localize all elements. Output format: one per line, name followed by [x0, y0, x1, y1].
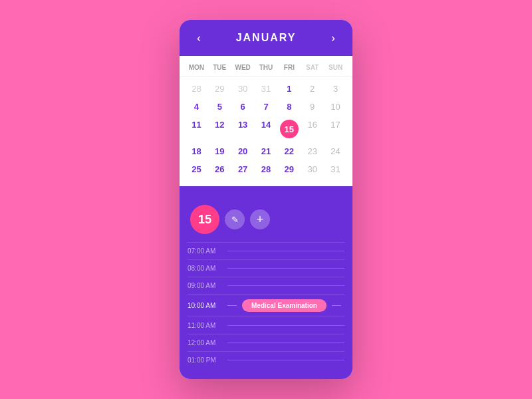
table-row[interactable]: 13	[231, 116, 255, 142]
table-row[interactable]: 21	[255, 142, 278, 160]
time-slot-1000[interactable]: 10:00 AM Medical Examination	[188, 294, 344, 317]
plus-icon: +	[257, 213, 264, 227]
table-row[interactable]: 26	[208, 160, 231, 178]
day-sat: SAT	[301, 61, 324, 74]
table-row[interactable]: 9	[301, 98, 324, 116]
time-line	[227, 325, 344, 326]
day-mon: MON	[185, 61, 208, 74]
pencil-icon: ✎	[231, 215, 239, 225]
day-thu: THU	[255, 61, 278, 74]
time-label: 07:00 AM	[188, 247, 222, 255]
time-line	[227, 342, 344, 343]
time-label: 08:00 AM	[188, 265, 222, 272]
schedule-section: 15 ✎ + 07:00 AM 08:00 AM 09:00 AM	[180, 186, 352, 379]
time-label: 11:00 AM	[188, 322, 222, 329]
table-row[interactable]: 17	[324, 116, 347, 142]
table-row[interactable]: 10	[324, 98, 347, 116]
table-row[interactable]: 2	[301, 80, 324, 98]
table-row[interactable]: 19	[208, 142, 231, 160]
table-row[interactable]: 7	[255, 98, 278, 116]
table-row[interactable]: 30	[231, 80, 255, 98]
time-label: 09:00 AM	[188, 282, 222, 289]
calendar-grid: 28 29 30 31 1 2 3 4 5 6 7 8 9 10 11 12 1…	[180, 77, 352, 186]
time-slot-1100: 11:00 AM	[188, 317, 344, 334]
time-line	[227, 285, 344, 286]
day-names-row: MON TUE WED THU FRI SAT SUN	[180, 56, 352, 77]
time-label: 01:00 PM	[188, 356, 222, 364]
calendar-card: ‹ JANUARY › MON TUE WED THU FRI SAT SUN …	[180, 20, 352, 379]
table-row[interactable]: 4	[185, 98, 208, 116]
day-sun: SUN	[324, 61, 347, 74]
table-row[interactable]: 12	[208, 116, 231, 142]
month-label: JANUARY	[236, 32, 297, 44]
table-row[interactable]: 27	[231, 160, 255, 178]
selected-date-badge: 15	[190, 205, 219, 234]
table-row[interactable]: 29	[208, 80, 231, 98]
add-event-button[interactable]: +	[250, 209, 270, 229]
table-row[interactable]: 14	[255, 116, 278, 142]
table-row[interactable]: 31	[255, 80, 278, 98]
day-fri: FRI	[277, 61, 301, 74]
table-row[interactable]: 11	[185, 116, 208, 142]
today-circle: 15	[280, 120, 299, 138]
schedule-header: 15 ✎ +	[180, 205, 352, 242]
prev-month-button[interactable]: ‹	[193, 31, 205, 45]
table-row[interactable]: 8	[277, 98, 301, 116]
time-slot-0700: 07:00 AM	[188, 242, 344, 259]
table-row[interactable]: 25	[185, 160, 208, 178]
time-slot-1200: 12:00 AM	[188, 334, 344, 351]
time-line	[227, 360, 344, 360]
day-wed: WED	[231, 61, 255, 74]
event-chip[interactable]: Medical Examination	[242, 299, 327, 312]
time-slot-0900: 09:00 AM	[188, 277, 344, 294]
event-line-left	[227, 305, 237, 306]
calendar-header: ‹ JANUARY ›	[180, 20, 352, 56]
table-row[interactable]: 24	[324, 142, 347, 160]
table-row[interactable]: 28	[185, 80, 208, 98]
table-row[interactable]: 28	[255, 160, 278, 178]
table-row[interactable]: 30	[301, 160, 324, 178]
table-row[interactable]: 1	[277, 80, 301, 98]
day-tue: TUE	[208, 61, 231, 74]
time-slot-0100pm: 01:00 PM	[188, 351, 344, 368]
table-row[interactable]: 6	[231, 98, 255, 116]
table-row[interactable]: 20	[231, 142, 255, 160]
time-line	[227, 268, 344, 269]
time-line	[227, 251, 344, 251]
next-month-button[interactable]: ›	[327, 31, 339, 45]
edit-button[interactable]: ✎	[225, 209, 245, 229]
table-row[interactable]: 3	[324, 80, 347, 98]
table-row[interactable]: 18	[185, 142, 208, 160]
table-row[interactable]: 29	[277, 160, 301, 178]
table-row[interactable]: 22	[277, 142, 301, 160]
table-row[interactable]: 5	[208, 98, 231, 116]
table-row[interactable]: 23	[301, 142, 324, 160]
event-line-right	[332, 305, 341, 306]
time-label: 10:00 AM	[188, 302, 222, 309]
table-row[interactable]: 31	[324, 160, 347, 178]
today-cell[interactable]: 15	[277, 116, 301, 142]
time-label: 12:00 AM	[188, 339, 222, 346]
table-row[interactable]: 16	[301, 116, 324, 142]
time-slots-list: 07:00 AM 08:00 AM 09:00 AM 10:00 AM Medi…	[180, 242, 352, 368]
time-slot-0800: 08:00 AM	[188, 259, 344, 277]
